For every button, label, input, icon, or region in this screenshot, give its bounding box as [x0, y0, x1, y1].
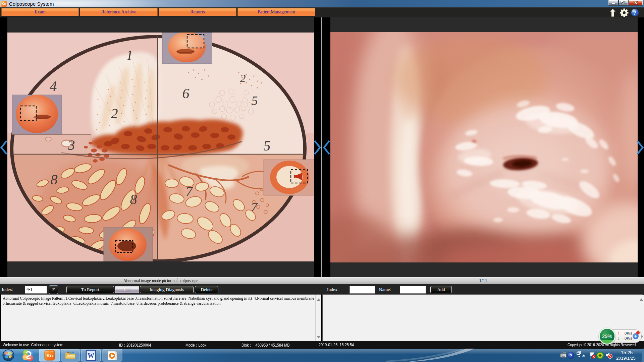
- svg-text:2: 2: [111, 106, 118, 121]
- svg-text:7: 7: [251, 200, 258, 214]
- svg-text:2: 2: [240, 72, 246, 84]
- svg-text:?: ?: [634, 10, 637, 16]
- svg-text:?: ?: [570, 353, 572, 358]
- svg-text:6: 6: [182, 86, 190, 101]
- svg-text:3: 3: [68, 137, 75, 153]
- svg-text:Kc: Kc: [46, 353, 53, 358]
- svg-text:4: 4: [50, 78, 57, 94]
- svg-text:W: W: [88, 352, 94, 359]
- svg-text:7: 7: [186, 184, 194, 199]
- svg-text:8: 8: [130, 192, 137, 207]
- svg-text:1: 1: [126, 48, 133, 63]
- svg-text:5: 5: [264, 138, 271, 154]
- svg-text:8: 8: [51, 172, 58, 187]
- svg-text:5: 5: [252, 94, 258, 108]
